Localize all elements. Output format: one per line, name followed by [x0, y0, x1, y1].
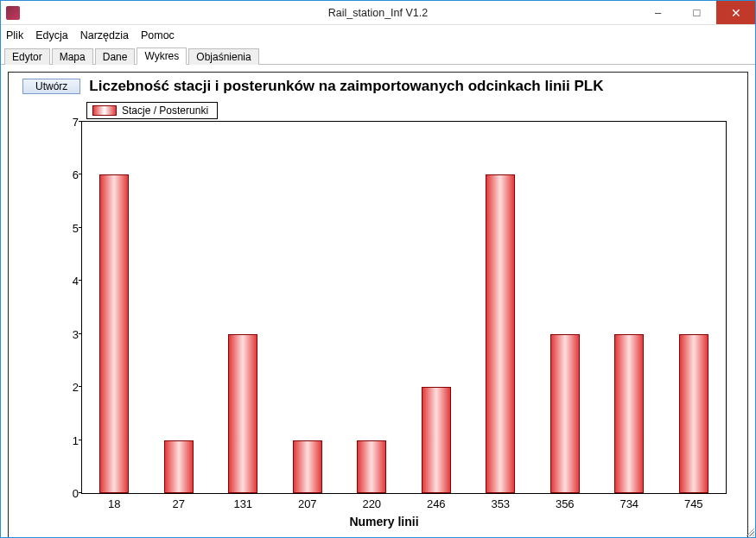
- legend-swatch-icon: [92, 105, 117, 116]
- tab-editor[interactable]: Edytor: [4, 48, 50, 65]
- x-tick-label: 131: [233, 497, 252, 510]
- tab-data[interactable]: Dane: [95, 48, 136, 65]
- x-tick-label: 220: [362, 497, 381, 510]
- x-tick-label: 246: [427, 497, 446, 510]
- x-tick-label: 734: [619, 497, 638, 510]
- y-tick-label: 2: [56, 381, 79, 394]
- bar: [228, 334, 257, 493]
- x-axis-label: Numery linii: [35, 515, 734, 529]
- chart-legend: Stacje / Posterunki: [86, 102, 218, 119]
- y-tick-label: 1: [56, 434, 79, 446]
- bar: [422, 387, 451, 493]
- plot-area: 012345671827131207220246353356734745: [81, 121, 727, 494]
- menu-tools[interactable]: Narzędzia: [80, 29, 129, 41]
- x-tick-label: 353: [491, 497, 510, 510]
- bar: [99, 174, 129, 493]
- x-tick-label: 356: [556, 497, 575, 510]
- y-tick-label: 5: [56, 221, 79, 234]
- y-tick-label: 0: [56, 487, 79, 500]
- create-button[interactable]: Utwórz: [22, 79, 80, 94]
- bar: [486, 174, 515, 493]
- window-controls: – □ ✕: [638, 1, 755, 24]
- bar: [164, 440, 194, 493]
- bar: [550, 334, 580, 493]
- tab-map[interactable]: Mapa: [52, 48, 93, 65]
- tab-legend[interactable]: Objaśnienia: [188, 48, 258, 65]
- chart-title: Liczebność stacji i posterunków na zaimp…: [89, 78, 603, 95]
- bar: [614, 334, 644, 493]
- y-tick-label: 4: [56, 275, 79, 288]
- x-tick-label: 207: [298, 497, 317, 510]
- resize-grip-icon[interactable]: [744, 526, 754, 536]
- x-tick-label: 745: [684, 497, 703, 510]
- menu-help[interactable]: Pomoc: [141, 29, 175, 41]
- maximize-button[interactable]: □: [677, 1, 716, 24]
- title-bar: Rail_station_Inf V1.2 – □ ✕: [1, 1, 755, 25]
- y-tick-label: 6: [56, 168, 79, 181]
- tab-chart[interactable]: Wykres: [137, 47, 187, 65]
- bar: [357, 440, 386, 493]
- close-button[interactable]: ✕: [716, 1, 755, 24]
- legend-label: Stacje / Posterunki: [122, 104, 208, 117]
- minimize-button[interactable]: –: [638, 1, 677, 24]
- chart-panel: Utwórz Liczebność stacji i posterunków n…: [8, 72, 748, 538]
- y-tick-label: 7: [56, 116, 79, 129]
- menu-edit[interactable]: Edycja: [35, 29, 68, 41]
- app-icon: [6, 6, 20, 20]
- y-tick-label: 3: [56, 327, 79, 340]
- x-tick-label: 18: [108, 497, 120, 510]
- bar: [293, 440, 322, 493]
- menu-bar: Plik Edycja Narzędzia Pomoc: [1, 25, 755, 46]
- menu-file[interactable]: Plik: [6, 29, 23, 41]
- plot-wrap: Liczba stacji / posterunków 012345671827…: [35, 121, 734, 525]
- bar: [679, 334, 708, 493]
- x-tick-label: 27: [173, 497, 185, 510]
- tab-strip: Edytor Mapa Dane Wykres Objaśnienia: [1, 46, 755, 65]
